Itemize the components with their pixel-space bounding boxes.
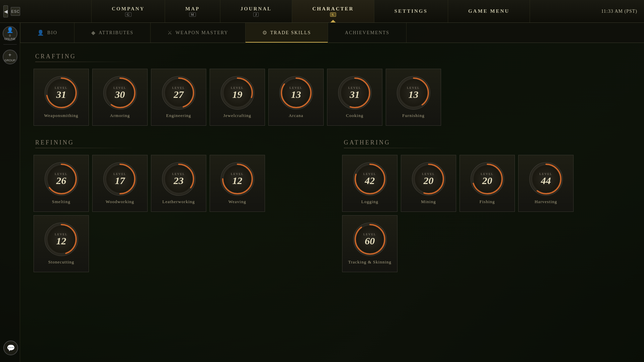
skill-card-weaponsmithing[interactable]: LEVEL 31 Weaponsmithing — [34, 69, 89, 126]
circle-text: LEVEL 13 — [289, 86, 303, 100]
nav-map-label: MAP — [185, 6, 200, 12]
crafting-grid: LEVEL 31 Weaponsmithing LEVEL 30 — [34, 69, 631, 126]
skill-card-inner: LEVEL 31 Cooking — [338, 76, 372, 118]
level-number: 20 — [424, 176, 434, 186]
topbar-time: 11:33 AM (PST) — [601, 9, 644, 14]
skill-card-cooking[interactable]: LEVEL 31 Cooking — [327, 69, 382, 126]
nav-settings-label: SETTINGS — [394, 8, 428, 14]
skill-name: Smelting — [52, 199, 70, 204]
skill-circle-0: LEVEL 26 — [45, 162, 78, 196]
nav-settings[interactable]: SETTINGS — [374, 0, 448, 22]
crafting-header: CRAFTING — [34, 53, 631, 62]
nav-journal[interactable]: JOURNAL J — [220, 0, 292, 22]
skill-name: Weaponsmithing — [44, 113, 78, 118]
tab-bio[interactable]: 👤 BIO — [20, 23, 74, 43]
skill-name: Leatherworking — [162, 199, 195, 204]
tab-attributes-label: ATTRIBUTES — [99, 30, 133, 36]
tab-bio-label: BIO — [47, 30, 57, 36]
circle-text: LEVEL 20 — [481, 172, 494, 186]
skill-circle-2: LEVEL 23 — [162, 162, 196, 196]
content-area: CRAFTING LEVEL 31 Weaponsmithing — [20, 43, 644, 362]
circle-text: LEVEL 20 — [422, 172, 435, 186]
plus-icon: + — [8, 52, 11, 58]
nav-company[interactable]: COMPANY G — [91, 0, 165, 22]
circle-text: LEVEL 44 — [539, 172, 552, 186]
online-button[interactable]: 👤 0 ONLINE — [3, 26, 17, 41]
tab-attributes[interactable]: ◆ ATTRIBUTES — [74, 23, 151, 43]
skill-circle-3: LEVEL 44 — [529, 162, 563, 196]
skill-name: Jewelcrafting — [223, 113, 251, 118]
skill-name: Woodworking — [106, 199, 134, 204]
skill-circle-2: LEVEL 20 — [471, 162, 504, 196]
skill-card-harvesting[interactable]: LEVEL 44 Harvesting — [518, 155, 574, 212]
gathering-header: GATHERING — [342, 139, 631, 148]
skill-circle-6: LEVEL 13 — [397, 76, 430, 110]
skill-circle-4: LEVEL 60 — [353, 223, 387, 256]
skill-card-inner: LEVEL 20 Mining — [412, 162, 445, 204]
level-number: 31 — [350, 89, 360, 100]
skill-circle-0: LEVEL 31 — [45, 76, 78, 110]
skill-card-inner: LEVEL 26 Smelting — [45, 162, 78, 204]
gathering-grid: LEVEL 42 Logging LEVEL 20 — [342, 155, 631, 272]
skill-card-woodworking[interactable]: LEVEL 17 Woodworking — [92, 155, 148, 212]
skill-card-fishing[interactable]: LEVEL 20 Fishing — [460, 155, 515, 212]
skill-card-inner: LEVEL 17 Woodworking — [103, 162, 137, 204]
skill-card-stonecutting[interactable]: LEVEL 12 Stonecutting — [34, 215, 89, 272]
skill-card-mining[interactable]: LEVEL 20 Mining — [401, 155, 456, 212]
skill-circle-0: LEVEL 42 — [353, 162, 387, 196]
circle-text: LEVEL 23 — [172, 172, 185, 186]
skill-name: Furnishing — [402, 113, 424, 118]
circle-text: LEVEL 30 — [113, 86, 126, 100]
skill-card-inner: LEVEL 20 Fishing — [471, 162, 504, 204]
tab-trade-skills-label: TRADE SKILLS — [270, 30, 311, 36]
skill-card-inner: LEVEL 30 Armoring — [103, 76, 137, 118]
topbar-left: ◀ ESC — [0, 5, 20, 17]
skill-card-arcana[interactable]: LEVEL 13 Arcana — [268, 69, 324, 126]
nav-game-menu[interactable]: GAME MENU — [448, 0, 530, 22]
circle-text: LEVEL 13 — [407, 86, 420, 100]
skill-card-jewelcrafting[interactable]: LEVEL 19 Jewelcrafting — [210, 69, 265, 126]
sword-icon: ⚔ — [167, 29, 173, 36]
nav-character[interactable]: CHARACTER K — [292, 0, 374, 22]
skill-card-engineering[interactable]: LEVEL 27 Engineering — [151, 69, 206, 126]
tab-achievements[interactable]: ACHIEVEMENTS — [328, 23, 407, 43]
skill-card-inner: LEVEL 13 Arcana — [279, 76, 313, 118]
skill-name: Mining — [421, 199, 436, 204]
skill-card-tracking-&-skinning[interactable]: LEVEL 60 Tracking & Skinning — [342, 215, 397, 272]
skill-circle-3: LEVEL 19 — [221, 76, 254, 110]
skill-circle-3: LEVEL 12 — [221, 162, 254, 196]
circle-text: LEVEL 60 — [363, 233, 376, 246]
skill-card-inner: LEVEL 23 Leatherworking — [162, 162, 196, 204]
refining-gathering-row: REFINING LEVEL 26 Smelting — [34, 139, 631, 286]
tab-trade-skills[interactable]: ⚙ TRADE SKILLS — [246, 23, 328, 43]
skill-card-smelting[interactable]: LEVEL 26 Smelting — [34, 155, 89, 212]
sidebar-divider — [3, 44, 17, 45]
skill-name: Engineering — [166, 113, 191, 118]
nav-character-label: CHARACTER — [312, 6, 354, 12]
skill-card-inner: LEVEL 44 Harvesting — [529, 162, 563, 204]
skill-card-weaving[interactable]: LEVEL 12 Weaving — [210, 155, 265, 212]
nav-map[interactable]: MAP M — [165, 0, 220, 22]
skill-card-inner: LEVEL 31 Weaponsmithing — [44, 76, 78, 118]
back-button[interactable]: ◀ — [3, 5, 8, 17]
chat-button[interactable]: 💬 — [3, 341, 18, 355]
skill-name: Arcana — [289, 113, 304, 118]
skill-card-logging[interactable]: LEVEL 42 Logging — [342, 155, 397, 212]
skill-name: Tracking & Skinning — [348, 259, 391, 265]
group-label: GROUP — [4, 59, 15, 62]
group-button[interactable]: + GROUP — [3, 50, 17, 64]
tabs-row: 👤 BIO ◆ ATTRIBUTES ⚔ WEAPON MASTERY ⚙ TR… — [20, 23, 644, 43]
level-number: 42 — [365, 176, 375, 186]
person-icon: 👤 — [7, 27, 13, 33]
circle-text: LEVEL 12 — [55, 233, 68, 246]
skill-card-leatherworking[interactable]: LEVEL 23 Leatherworking — [151, 155, 206, 212]
esc-button[interactable]: ESC — [11, 7, 20, 16]
attributes-icon: ◆ — [91, 29, 96, 36]
chat-icon: 💬 — [7, 344, 15, 352]
tab-weapon-mastery[interactable]: ⚔ WEAPON MASTERY — [151, 23, 246, 43]
skill-name: Stonecutting — [48, 259, 74, 265]
skill-card-armoring[interactable]: LEVEL 30 Armoring — [92, 69, 148, 126]
nav-company-label: COMPANY — [112, 6, 145, 12]
level-number: 27 — [174, 89, 184, 100]
skill-card-furnishing[interactable]: LEVEL 13 Furnishing — [386, 69, 441, 126]
